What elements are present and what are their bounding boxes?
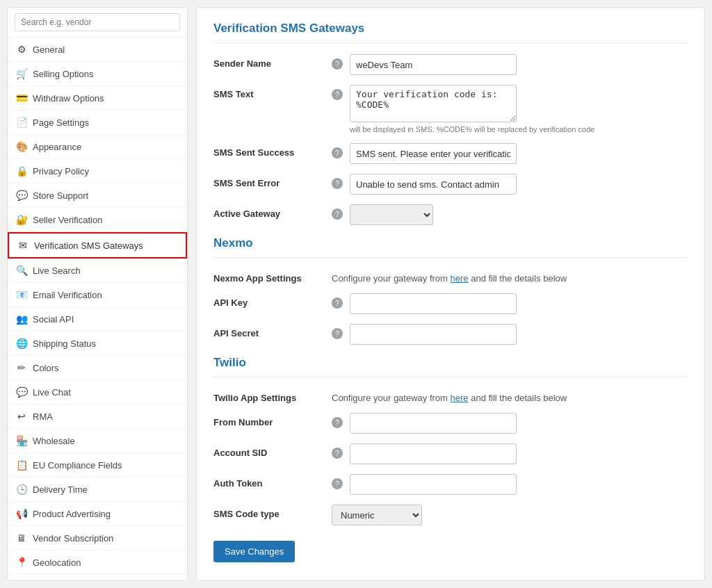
- twilio-divider: [213, 377, 688, 377]
- api-key-input[interactable]: [350, 293, 517, 314]
- twilio-here-link[interactable]: here: [451, 393, 469, 403]
- sms-text-field: Your verification code is: %CODE% will b…: [350, 85, 688, 133]
- twilio-section-title: Twilio: [213, 356, 688, 370]
- sidebar-item-page-settings[interactable]: 📄Page Settings: [8, 111, 187, 135]
- twilio-settings-text: Configure your gateway from here and fil…: [332, 389, 567, 403]
- sidebar-item-general[interactable]: ⚙General: [8, 38, 187, 62]
- sidebar-item-live-chat[interactable]: 💬Live Chat: [8, 380, 187, 405]
- sidebar-item-label-live-chat: Live Chat: [33, 387, 71, 398]
- sidebar-item-label-eu-compliance: EU Compliance Fields: [33, 460, 122, 471]
- api-secret-help-icon[interactable]: ?: [332, 328, 343, 339]
- sidebar-item-label-shipping-status: Shipping Status: [33, 338, 96, 349]
- sidebar-item-label-page-settings: Page Settings: [33, 117, 89, 128]
- sidebar-item-withdraw-options[interactable]: 💳Withdraw Options: [8, 86, 187, 111]
- sidebar-item-privacy-policy[interactable]: 🔒Privacy Policy: [8, 159, 187, 183]
- sidebar-item-label-vendor-subscription: Vendor Subscription: [33, 533, 113, 544]
- page-settings-icon: 📄: [16, 117, 27, 128]
- sidebar-item-product-advertising[interactable]: 📢Product Advertising: [8, 502, 187, 526]
- sms-success-row: SMS Sent Success ?: [213, 143, 688, 164]
- sms-text-hint: will be displayed in SMS. %CODE% will be…: [350, 125, 688, 133]
- top-divider: [213, 42, 688, 43]
- sms-success-input[interactable]: [350, 143, 517, 164]
- sidebar-item-geolocation[interactable]: 📍Geolocation: [8, 550, 187, 575]
- sidebar-item-store-support[interactable]: 💬Store Support: [8, 183, 187, 208]
- sms-error-input[interactable]: [350, 174, 517, 195]
- sidebar-item-seller-verification[interactable]: 🔐Seller Verification: [8, 208, 187, 232]
- api-secret-input[interactable]: [350, 324, 517, 345]
- sidebar-item-delivery-time[interactable]: 🕒Delivery Time: [8, 477, 187, 502]
- sidebar-item-label-withdraw-options: Withdraw Options: [33, 93, 104, 104]
- active-gateway-field: Nexmo Twilio: [350, 204, 688, 225]
- twilio-settings-row: Twilio App Settings Configure your gatew…: [213, 389, 688, 403]
- search-input[interactable]: [15, 13, 180, 31]
- sms-code-type-select[interactable]: Numeric Alphanumeric: [332, 505, 422, 525]
- privacy-policy-icon: 🔒: [16, 165, 27, 177]
- api-key-label: API Key: [213, 293, 325, 308]
- sidebar-item-shipping-status[interactable]: 🌐Shipping Status: [8, 332, 187, 356]
- sidebar-item-selling-options[interactable]: 🛒Selling Options: [8, 62, 187, 86]
- active-gateway-select[interactable]: Nexmo Twilio: [350, 204, 433, 225]
- verification-sms-gateways-icon: ✉: [17, 240, 29, 251]
- email-verification-icon: 📧: [16, 289, 27, 300]
- sender-name-label: Sender Name: [213, 54, 325, 69]
- sms-text-help-icon[interactable]: ?: [332, 89, 343, 100]
- sms-success-help-icon[interactable]: ?: [332, 147, 343, 158]
- seller-verification-icon: 🔐: [16, 214, 27, 225]
- account-sid-label: Account SID: [213, 443, 325, 458]
- sidebar-item-colors[interactable]: ✏Colors: [8, 356, 187, 380]
- sms-error-help-icon[interactable]: ?: [332, 178, 343, 189]
- sidebar-item-live-search[interactable]: 🔍Live Search: [8, 259, 187, 283]
- sms-text-input[interactable]: Your verification code is: %CODE%: [350, 85, 517, 122]
- sidebar-search-container: [8, 8, 187, 38]
- nexmo-settings-label: Nexmo App Settings: [213, 269, 325, 284]
- account-sid-help-icon[interactable]: ?: [332, 448, 343, 459]
- nexmo-section-title: Nexmo: [213, 236, 688, 250]
- sidebar-item-label-rma: RMA: [33, 411, 53, 422]
- save-changes-button[interactable]: Save Changes: [213, 541, 295, 562]
- sidebar-item-vendor-subscription[interactable]: 🖥Vendor Subscription: [8, 526, 187, 550]
- sender-name-help-icon[interactable]: ?: [332, 58, 343, 70]
- from-number-input[interactable]: [350, 413, 517, 434]
- api-secret-label: API Secret: [213, 324, 325, 338]
- sidebar-item-appearance[interactable]: 🎨Appearance: [8, 135, 187, 159]
- account-sid-row: Account SID ?: [213, 443, 688, 464]
- page-title: Verification SMS Gateways: [213, 22, 688, 35]
- sms-text-label: SMS Text: [213, 85, 325, 99]
- account-sid-field: [350, 443, 688, 464]
- api-key-help-icon[interactable]: ?: [332, 297, 343, 309]
- sms-text-row: SMS Text ? Your verification code is: %C…: [213, 85, 688, 133]
- account-sid-input[interactable]: [350, 443, 517, 464]
- sidebar-item-label-selling-options: Selling Options: [33, 69, 93, 79]
- sidebar-item-eu-compliance[interactable]: 📋EU Compliance Fields: [8, 453, 187, 477]
- selling-options-icon: 🛒: [16, 68, 27, 79]
- auth-token-field: [350, 474, 688, 495]
- sidebar-item-label-store-support: Store Support: [33, 190, 88, 201]
- sidebar-item-label-appearance: Appearance: [33, 142, 81, 152]
- sidebar-item-label-wholesale: Wholesale: [33, 436, 75, 446]
- auth-token-help-icon[interactable]: ?: [332, 478, 343, 489]
- sidebar-item-social-api[interactable]: 👥Social API: [8, 307, 187, 332]
- sidebar-item-label-email-verification: Email Verification: [33, 290, 102, 300]
- rma-icon: ↩: [16, 411, 27, 422]
- nexmo-settings-text: Configure your gateway from here and fil…: [332, 269, 567, 284]
- sender-name-input[interactable]: [350, 54, 517, 75]
- store-support-icon: 💬: [16, 190, 27, 201]
- sidebar-item-label-colors: Colors: [33, 363, 59, 373]
- sidebar-item-label-delivery-time: Delivery Time: [33, 484, 88, 495]
- active-gateway-help-icon[interactable]: ?: [332, 209, 343, 220]
- shipping-status-icon: 🌐: [16, 338, 27, 349]
- geolocation-icon: 📍: [16, 557, 27, 568]
- sms-code-type-row: SMS Code type Numeric Alphanumeric: [213, 505, 688, 525]
- auth-token-input[interactable]: [350, 474, 517, 495]
- nexmo-here-link[interactable]: here: [451, 273, 469, 284]
- sms-success-label: SMS Sent Success: [213, 143, 325, 158]
- sidebar: ⚙General🛒Selling Options💳Withdraw Option…: [7, 7, 188, 581]
- sidebar-item-email-verification[interactable]: 📧Email Verification: [8, 283, 187, 307]
- sidebar-item-rma[interactable]: ↩RMA: [8, 405, 187, 429]
- sidebar-item-wholesale[interactable]: 🏪Wholesale: [8, 429, 187, 453]
- sms-code-type-field: Numeric Alphanumeric: [332, 505, 688, 525]
- from-number-help-icon[interactable]: ?: [332, 417, 343, 428]
- social-api-icon: 👥: [16, 313, 27, 325]
- sidebar-item-verification-sms-gateways[interactable]: ✉Verification SMS Gateways: [8, 232, 187, 259]
- eu-compliance-icon: 📋: [16, 459, 27, 471]
